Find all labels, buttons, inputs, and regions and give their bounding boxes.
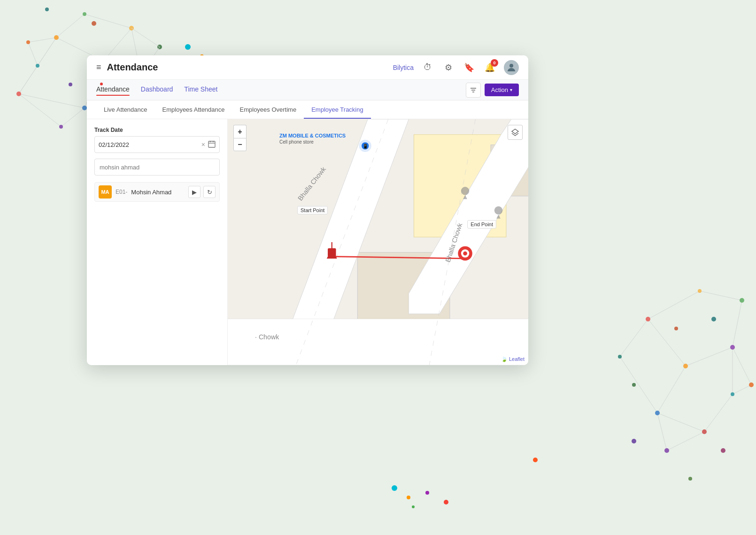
svg-line-41 <box>700 291 742 300</box>
nav-attendance[interactable]: Attendance <box>96 85 130 95</box>
settings-icon[interactable]: ⚙ <box>442 61 455 74</box>
svg-point-30 <box>69 83 72 86</box>
content-area: Track Date × MA <box>87 119 528 365</box>
svg-line-16 <box>28 38 56 42</box>
svg-line-43 <box>657 366 686 413</box>
clear-icon[interactable]: × <box>201 141 205 148</box>
employee-initials: MA <box>101 189 109 195</box>
svg-rect-104 <box>328 248 336 256</box>
tab-employee-tracking[interactable]: Employee Tracking <box>304 101 371 119</box>
svg-point-75 <box>533 458 538 462</box>
svg-line-52 <box>733 385 751 394</box>
svg-point-27 <box>26 40 30 44</box>
employee-id: E01- <box>116 189 127 195</box>
svg-point-72 <box>425 491 429 495</box>
svg-point-21 <box>83 12 86 16</box>
svg-point-64 <box>632 383 636 387</box>
svg-point-98 <box>461 187 469 195</box>
svg-line-12 <box>19 94 61 127</box>
svg-point-76 <box>185 44 191 50</box>
track-date-label: Track Date <box>94 127 220 133</box>
svg-line-5 <box>85 14 131 28</box>
search-input-wrap[interactable] <box>94 159 220 176</box>
employee-avatar: MA <box>99 185 112 199</box>
svg-point-17 <box>16 92 21 96</box>
svg-point-53 <box>646 317 650 321</box>
svg-line-47 <box>667 432 704 451</box>
calendar-icon[interactable] <box>208 140 216 149</box>
secondary-nav: Attendance Dashboard Time Sheet Action ▾ <box>87 80 528 100</box>
svg-point-55 <box>730 345 735 350</box>
top-bar-right: Bilytica ⏱ ⚙ 🔖 🔔 0 <box>393 60 519 75</box>
svg-point-57 <box>698 289 702 293</box>
employee-row: MA E01- Mohsin Ahmad ▶ ↻ <box>94 182 220 202</box>
svg-point-60 <box>731 392 734 396</box>
left-panel: Track Date × MA <box>87 119 228 365</box>
notification-bell[interactable]: 🔔 0 <box>483 61 496 74</box>
svg-text:📱: 📱 <box>363 143 369 149</box>
svg-point-20 <box>82 106 87 110</box>
svg-point-58 <box>655 411 660 415</box>
play-button[interactable]: ▶ <box>188 186 201 198</box>
svg-line-51 <box>733 347 751 385</box>
svg-line-40 <box>733 300 742 347</box>
action-button[interactable]: Action ▾ <box>485 84 519 96</box>
svg-point-56 <box>740 298 744 303</box>
top-bar-left: ≡ Attendance <box>96 62 158 73</box>
nav-dashboard[interactable]: Dashboard <box>141 85 173 95</box>
leaflet-attribution[interactable]: 🍃 Leaflet <box>501 356 525 362</box>
notification-badge: 0 <box>491 59 498 67</box>
filter-button[interactable] <box>466 83 481 98</box>
secondary-nav-links: Attendance Dashboard Time Sheet <box>96 85 217 95</box>
svg-line-45 <box>704 394 733 432</box>
svg-point-28 <box>157 45 162 49</box>
svg-line-44 <box>657 413 704 432</box>
hamburger-icon[interactable]: ≡ <box>96 62 101 72</box>
svg-rect-92 <box>228 319 528 365</box>
bilytica-link[interactable]: Bilytica <box>393 64 414 71</box>
employee-name: Mohsin Ahmad <box>131 189 171 196</box>
nav-timesheet[interactable]: Time Sheet <box>184 85 217 95</box>
svg-marker-112 <box>512 129 518 134</box>
top-bar: ≡ Attendance Bilytica ⏱ ⚙ 🔖 🔔 0 <box>87 55 528 80</box>
date-input[interactable] <box>99 141 201 148</box>
history-icon[interactable]: ⏱ <box>421 61 434 74</box>
svg-line-49 <box>620 319 648 357</box>
svg-point-71 <box>407 496 410 499</box>
svg-rect-82 <box>208 141 215 147</box>
svg-line-15 <box>28 42 38 66</box>
svg-line-4 <box>56 14 85 38</box>
svg-point-69 <box>632 439 636 443</box>
svg-point-67 <box>711 317 716 321</box>
svg-point-68 <box>688 477 692 481</box>
avatar[interactable] <box>504 60 519 75</box>
bookmark-icon[interactable]: 🔖 <box>463 61 476 74</box>
search-input[interactable] <box>100 164 215 171</box>
map-layer-button[interactable] <box>508 125 523 140</box>
svg-point-32 <box>45 8 49 11</box>
svg-point-31 <box>92 21 96 26</box>
tab-live-attendance[interactable]: Live Attendance <box>96 101 155 119</box>
svg-point-59 <box>702 429 707 434</box>
svg-line-0 <box>19 38 56 94</box>
svg-point-61 <box>664 448 669 453</box>
tab-employees-overtime[interactable]: Employees Overtime <box>232 101 304 119</box>
svg-point-100 <box>494 206 502 214</box>
svg-line-8 <box>19 66 38 94</box>
map-area: 📱 Bhalla Chowk Bhalla Ch <box>228 119 528 365</box>
svg-point-22 <box>129 26 134 31</box>
svg-line-39 <box>686 347 733 366</box>
app-title: Attendance <box>107 62 158 73</box>
refresh-button[interactable]: ↻ <box>203 186 216 198</box>
svg-point-65 <box>721 448 725 453</box>
svg-line-50 <box>620 357 657 413</box>
zoom-in-button[interactable]: + <box>233 125 247 138</box>
svg-point-18 <box>54 35 59 40</box>
tab-bar: Live Attendance Employees Attendance Emp… <box>87 100 528 119</box>
chevron-down-icon: ▾ <box>510 87 512 92</box>
zoom-out-button[interactable]: − <box>233 138 247 151</box>
svg-text:· Chowk: · Chowk <box>255 333 279 341</box>
date-input-wrap[interactable]: × <box>94 136 220 153</box>
tab-employees-attendance[interactable]: Employees Attendance <box>155 101 232 119</box>
svg-point-25 <box>59 125 63 129</box>
